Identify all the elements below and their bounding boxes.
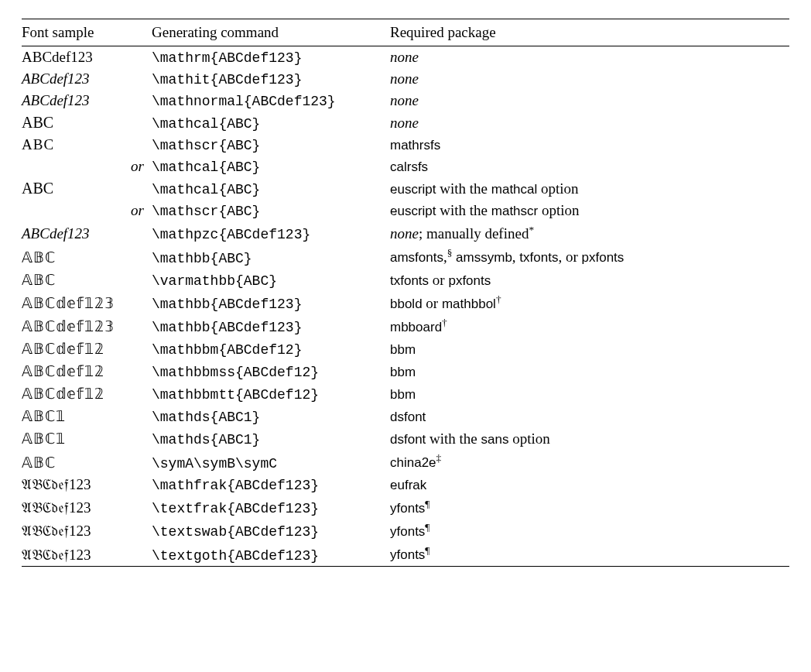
required-package: dsfont with the sans option <box>390 427 789 450</box>
required-package: none <box>390 68 789 90</box>
generating-command: \mathscr{ABC} <box>152 200 390 221</box>
generating-command: \mathpzc{ABCdef123} <box>152 221 390 245</box>
generating-command: \mathit{ABCdef123} <box>152 68 390 90</box>
font-sample: ABCdef123 <box>22 46 152 69</box>
font-sample: or <box>22 156 152 177</box>
font-sample: 𝔸𝔹ℂ𝕕𝕖𝕗𝟙𝟚𝟛 <box>22 291 152 314</box>
table-row: 𝔸𝔹ℂ𝕕𝕖𝕗𝟙𝟚𝟛\mathbb{ABCdef123}bbold or math… <box>22 291 789 314</box>
generating-command: \mathbb{ABCdef123} <box>152 291 390 314</box>
table-row: or\mathcal{ABC}calrsfs <box>22 156 789 177</box>
header-pkg: Required package <box>390 19 789 46</box>
header-cmd: Generating command <box>152 19 390 46</box>
generating-command: \mathcal{ABC} <box>152 156 390 177</box>
required-package: yfonts¶ <box>390 495 789 519</box>
generating-command: \mathscr{ABC} <box>152 134 390 156</box>
required-package: mbboard† <box>390 314 789 338</box>
generating-command: \mathcal{ABC} <box>152 111 390 134</box>
generating-command: \mathbb{ABCdef123} <box>152 314 390 338</box>
required-package: mathrsfs <box>390 134 789 156</box>
table-row: ABCdef123\mathit{ABCdef123}none <box>22 68 789 90</box>
font-sample: ABC <box>22 111 152 134</box>
table-row: ABC\mathcal{ABC}none <box>22 111 789 134</box>
table-row: 𝔄𝔅ℭ𝔡𝔢𝔣123\textfrak{ABCdef123}yfonts¶ <box>22 495 789 519</box>
font-sample: 𝔸𝔹ℂ𝕕𝕖𝕗𝟙𝟚 <box>22 382 152 405</box>
font-sample: ABC <box>22 177 152 200</box>
required-package: none <box>390 46 789 69</box>
font-sample: ABCdef123 <box>22 68 152 90</box>
generating-command: \mathbb{ABC} <box>152 245 390 268</box>
required-package: calrsfs <box>390 156 789 177</box>
font-sample: 𝔄𝔅ℭ𝔡𝔢𝔣123 <box>22 542 152 566</box>
header-sample: Font sample <box>22 19 152 46</box>
required-package: bbm <box>390 360 789 382</box>
generating-command: \mathnormal{ABCdef123} <box>152 90 390 111</box>
table-row: 𝔄𝔅ℭ𝔡𝔢𝔣123\mathfrak{ABCdef123}eufrak <box>22 474 789 495</box>
table-header-row: Font sample Generating command Required … <box>22 19 789 46</box>
table-row: 𝔸𝔹ℂ𝟙\mathds{ABC1}dsfont with the sans op… <box>22 427 789 450</box>
required-package: china2e‡ <box>390 450 789 473</box>
font-sample: 𝔸𝔹ℂ <box>22 450 152 473</box>
generating-command: \mathbbmss{ABCdef12} <box>152 360 390 382</box>
font-sample: 𝔄𝔅ℭ𝔡𝔢𝔣123 <box>22 495 152 519</box>
math-fonts-table: Font sample Generating command Required … <box>22 19 789 567</box>
generating-command: \mathrm{ABCdef123} <box>152 46 390 69</box>
required-package: euscript with the mathscr option <box>390 200 789 221</box>
font-sample: 𝔸𝔹ℂ𝟙 <box>22 427 152 450</box>
table-row: 𝔄𝔅ℭ𝔡𝔢𝔣123\textgoth{ABCdef123}yfonts¶ <box>22 542 789 566</box>
font-sample: 𝔄𝔅ℭ𝔡𝔢𝔣123 <box>22 519 152 542</box>
generating-command: \textgoth{ABCdef123} <box>152 542 390 566</box>
required-package: yfonts¶ <box>390 542 789 566</box>
table-row: 𝔸𝔹ℂ\mathbb{ABC}amsfonts,§ amssymb, txfon… <box>22 245 789 268</box>
font-sample: 𝔸𝔹ℂ <box>22 269 152 291</box>
required-package: bbm <box>390 338 789 360</box>
generating-command: \mathfrak{ABCdef123} <box>152 474 390 495</box>
generating-command: \varmathbb{ABC} <box>152 269 390 291</box>
table-row: ABCdef123\mathpzc{ABCdef123}none; manual… <box>22 221 789 245</box>
required-package: eufrak <box>390 474 789 495</box>
required-package: bbold or mathbbol† <box>390 291 789 314</box>
generating-command: \mathcal{ABC} <box>152 177 390 200</box>
generating-command: \mathbbmtt{ABCdef12} <box>152 382 390 405</box>
required-package: bbm <box>390 382 789 405</box>
font-sample: ABC <box>22 134 152 156</box>
generating-command: \mathds{ABC1} <box>152 427 390 450</box>
required-package: amsfonts,§ amssymb, txfonts, or pxfonts <box>390 245 789 268</box>
required-package: dsfont <box>390 405 789 427</box>
font-sample: 𝔸𝔹ℂ𝕕𝕖𝕗𝟙𝟚 <box>22 338 152 360</box>
required-package: none <box>390 90 789 111</box>
generating-command: \mathbbm{ABCdef12} <box>152 338 390 360</box>
font-sample: 𝔄𝔅ℭ𝔡𝔢𝔣123 <box>22 474 152 495</box>
table-row: 𝔸𝔹ℂ\symA\symB\symCchina2e‡ <box>22 450 789 473</box>
table-row: ABC\mathscr{ABC}mathrsfs <box>22 134 789 156</box>
table-row: 𝔸𝔹ℂ𝕕𝕖𝕗𝟙𝟚\mathbbmtt{ABCdef12}bbm <box>22 382 789 405</box>
table-row: 𝔄𝔅ℭ𝔡𝔢𝔣123\textswab{ABCdef123}yfonts¶ <box>22 519 789 542</box>
required-package: none; manually defined* <box>390 221 789 245</box>
font-sample: ABCdef123 <box>22 90 152 111</box>
font-sample: 𝔸𝔹ℂ𝟙 <box>22 405 152 427</box>
generating-command: \symA\symB\symC <box>152 450 390 473</box>
table-row: 𝔸𝔹ℂ𝟙\mathds{ABC1}dsfont <box>22 405 789 427</box>
required-package: none <box>390 111 789 134</box>
generating-command: \textswab{ABCdef123} <box>152 519 390 542</box>
required-package: yfonts¶ <box>390 519 789 542</box>
generating-command: \textfrak{ABCdef123} <box>152 495 390 519</box>
table-row: or\mathscr{ABC}euscript with the mathscr… <box>22 200 789 221</box>
table-row: 𝔸𝔹ℂ\varmathbb{ABC}txfonts or pxfonts <box>22 269 789 291</box>
font-sample: ABCdef123 <box>22 221 152 245</box>
required-package: txfonts or pxfonts <box>390 269 789 291</box>
table-row: ABC\mathcal{ABC}euscript with the mathca… <box>22 177 789 200</box>
font-sample: or <box>22 200 152 221</box>
table-row: 𝔸𝔹ℂ𝕕𝕖𝕗𝟙𝟚𝟛\mathbb{ABCdef123}mbboard† <box>22 314 789 338</box>
table-row: 𝔸𝔹ℂ𝕕𝕖𝕗𝟙𝟚\mathbbm{ABCdef12}bbm <box>22 338 789 360</box>
font-sample: 𝔸𝔹ℂ𝕕𝕖𝕗𝟙𝟚 <box>22 360 152 382</box>
generating-command: \mathds{ABC1} <box>152 405 390 427</box>
table-row: ABCdef123\mathrm{ABCdef123}none <box>22 46 789 69</box>
table-row: ABCdef123\mathnormal{ABCdef123}none <box>22 90 789 111</box>
font-sample: 𝔸𝔹ℂ <box>22 245 152 268</box>
font-sample: 𝔸𝔹ℂ𝕕𝕖𝕗𝟙𝟚𝟛 <box>22 314 152 338</box>
table-row: 𝔸𝔹ℂ𝕕𝕖𝕗𝟙𝟚\mathbbmss{ABCdef12}bbm <box>22 360 789 382</box>
required-package: euscript with the mathcal option <box>390 177 789 200</box>
